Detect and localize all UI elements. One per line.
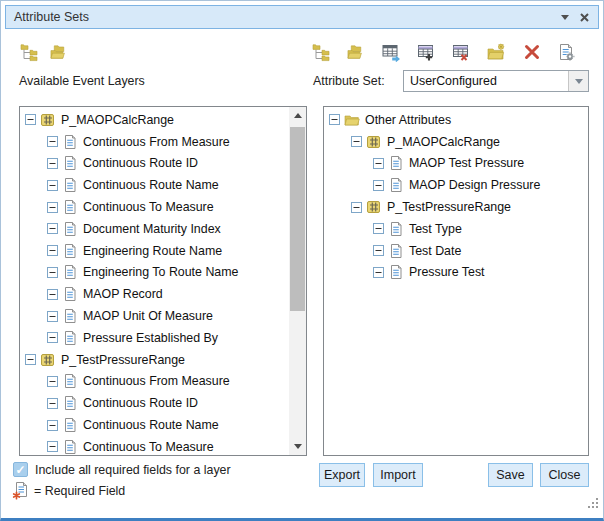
collapse-toggle-icon[interactable] xyxy=(47,267,58,278)
save-button[interactable]: Save xyxy=(488,463,533,487)
collapse-toggle-icon[interactable] xyxy=(373,180,384,191)
tree-item[interactable]: Continuous Route ID xyxy=(20,392,289,414)
field-icon xyxy=(62,177,78,193)
collapse-toggle-icon[interactable] xyxy=(47,332,58,343)
delete-attribute-set-icon[interactable] xyxy=(452,43,471,62)
field-icon xyxy=(388,155,404,171)
tree-item[interactable]: Continuous To Measure xyxy=(20,196,289,218)
tree-item[interactable]: P_TestPressureRange xyxy=(324,196,588,218)
tree-item[interactable]: Continuous Route Name xyxy=(20,174,289,196)
close-button[interactable]: Close xyxy=(540,463,589,487)
tree-item[interactable]: Continuous From Measure xyxy=(20,131,289,153)
event-layer-icon xyxy=(366,134,382,150)
scroll-up-icon[interactable] xyxy=(289,107,306,124)
tree-item[interactable]: Continuous From Measure xyxy=(20,371,289,393)
tree-item-label: P_TestPressureRange xyxy=(387,200,511,214)
collapse-toggle-icon[interactable] xyxy=(47,398,58,409)
tree-item-label: Engineering To Route Name xyxy=(83,265,238,279)
delete-icon[interactable] xyxy=(522,43,541,62)
field-icon xyxy=(62,286,78,302)
attribute-set-panel: Other AttributesP_MAOPCalcRangeMAOP Test… xyxy=(323,106,589,456)
collapse-toggle-icon[interactable] xyxy=(47,245,58,256)
expand-attribute-tree-icon[interactable] xyxy=(312,43,331,62)
collapse-toggle-icon[interactable] xyxy=(25,354,36,365)
tree-item[interactable]: MAOP Test Pressure xyxy=(324,153,588,175)
field-icon xyxy=(62,330,78,346)
import-button[interactable]: Import xyxy=(373,463,423,487)
tree-item[interactable]: Test Type xyxy=(324,218,588,240)
tree-item-label: P_MAOPCalcRange xyxy=(61,113,174,127)
tree-item[interactable]: Pressure Test xyxy=(324,262,588,284)
collapse-toggle-icon[interactable] xyxy=(47,223,58,234)
collapse-toggle-icon[interactable] xyxy=(373,267,384,278)
required-field-icon xyxy=(12,481,30,504)
collapse-toggle-icon[interactable] xyxy=(373,245,384,256)
scroll-down-icon[interactable] xyxy=(289,438,306,455)
tree-item-label: MAOP Unit Of Measure xyxy=(83,309,213,323)
tree-item[interactable]: Engineering Route Name xyxy=(20,240,289,262)
collapse-toggle-icon[interactable] xyxy=(47,202,58,213)
field-icon xyxy=(62,417,78,433)
collapse-toggle-icon[interactable] xyxy=(47,289,58,300)
open-folder-icon[interactable] xyxy=(347,43,366,62)
tree-item[interactable]: Test Date xyxy=(324,240,588,262)
tree-item[interactable]: P_TestPressureRange xyxy=(20,349,289,371)
field-icon xyxy=(62,264,78,280)
tree-item[interactable]: Continuous Route Name xyxy=(20,414,289,436)
close-icon[interactable] xyxy=(579,12,590,23)
export-button[interactable]: Export xyxy=(319,463,365,487)
resize-grip[interactable] xyxy=(588,495,599,513)
new-group-icon[interactable] xyxy=(487,43,506,62)
collapse-toggle-icon[interactable] xyxy=(351,202,362,213)
collapse-toggle-icon[interactable] xyxy=(47,420,58,431)
tree-item[interactable]: MAOP Design Pressure xyxy=(324,174,588,196)
tree-item[interactable]: Continuous Route ID xyxy=(20,153,289,175)
collapse-toggle-icon[interactable] xyxy=(25,114,36,125)
collapse-toggle-icon[interactable] xyxy=(329,114,340,125)
available-event-layers-panel: P_MAOPCalcRangeContinuous From MeasureCo… xyxy=(19,106,307,456)
attribute-sets-window: Attribute Sets xyxy=(0,0,604,521)
report-settings-icon[interactable] xyxy=(557,43,576,62)
tree-item[interactable]: P_MAOPCalcRange xyxy=(324,131,588,153)
field-icon xyxy=(62,395,78,411)
check-icon: ✓ xyxy=(15,464,25,476)
tree-item-label: MAOP Design Pressure xyxy=(409,178,540,192)
tree-item-label: P_MAOPCalcRange xyxy=(387,135,500,149)
collapse-toggle-icon[interactable] xyxy=(373,223,384,234)
open-folder-icon[interactable] xyxy=(50,43,69,62)
window-menu-icon[interactable] xyxy=(561,15,569,20)
tree-item-label: P_TestPressureRange xyxy=(61,353,185,367)
export-attribute-set-icon[interactable] xyxy=(382,43,401,62)
attribute-set-label: Attribute Set: xyxy=(313,74,385,88)
left-tree-scrollbar[interactable] xyxy=(289,107,306,455)
collapse-toggle-icon[interactable] xyxy=(351,136,362,147)
field-icon xyxy=(388,221,404,237)
tree-item[interactable]: Continuous To Measure xyxy=(20,436,289,456)
tree-item[interactable]: MAOP Unit Of Measure xyxy=(20,305,289,327)
collapse-toggle-icon[interactable] xyxy=(47,136,58,147)
collapse-toggle-icon[interactable] xyxy=(47,441,58,452)
field-icon xyxy=(62,373,78,389)
field-icon xyxy=(62,155,78,171)
include-required-checkbox[interactable]: ✓ xyxy=(13,462,28,477)
collapse-toggle-icon[interactable] xyxy=(373,158,384,169)
attribute-set-dropdown[interactable]: UserConfigured xyxy=(403,70,589,92)
collapse-toggle-icon[interactable] xyxy=(47,311,58,322)
available-event-layers-heading: Available Event Layers xyxy=(19,74,145,88)
scrollbar-thumb[interactable] xyxy=(290,127,305,311)
tree-item[interactable]: Other Attributes xyxy=(324,109,588,131)
add-attribute-set-icon[interactable] xyxy=(417,43,436,62)
dropdown-arrow-icon[interactable] xyxy=(568,71,588,91)
tree-item[interactable]: Document Maturity Index xyxy=(20,218,289,240)
event-layer-icon xyxy=(40,112,56,128)
tree-item[interactable]: Pressure Established By xyxy=(20,327,289,349)
collapse-toggle-icon[interactable] xyxy=(47,180,58,191)
collapse-toggle-icon[interactable] xyxy=(47,158,58,169)
field-icon xyxy=(388,264,404,280)
expand-event-layers-icon[interactable] xyxy=(20,43,39,62)
tree-item[interactable]: Engineering To Route Name xyxy=(20,262,289,284)
tree-item[interactable]: P_MAOPCalcRange xyxy=(20,109,289,131)
tree-item[interactable]: MAOP Record xyxy=(20,283,289,305)
collapse-toggle-icon[interactable] xyxy=(47,376,58,387)
field-icon xyxy=(388,177,404,193)
